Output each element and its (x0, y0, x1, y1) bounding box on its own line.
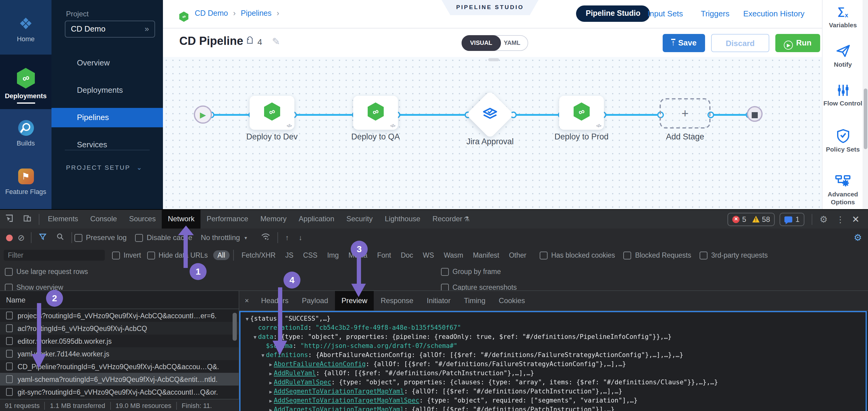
rail-item-builds[interactable]: Builds (0, 109, 52, 159)
project-setup-toggle[interactable]: PROJECT SETUP⌄ (66, 164, 142, 172)
checkbox-icon[interactable] (135, 234, 143, 241)
panel-item-flow-control[interactable]: Flow Control (823, 84, 863, 107)
add-stage-button[interactable]: + (660, 98, 711, 128)
checkbox-icon[interactable] (441, 268, 449, 275)
clear-icon[interactable]: ⊘ (18, 233, 25, 242)
tab-execution-history[interactable]: Execution History (743, 9, 804, 18)
collapsed-triangle-icon[interactable]: ▶ (268, 369, 274, 378)
filter-pill-img[interactable]: Img (323, 251, 343, 260)
filter-pill-css[interactable]: CSS (299, 251, 322, 260)
search-icon[interactable] (51, 233, 69, 242)
filter-pill-ws[interactable]: WS (418, 251, 438, 260)
breadcrumb-pipelines[interactable]: Pipelines (241, 9, 271, 18)
sidebar-item-pipelines[interactable]: Pipelines (52, 108, 163, 127)
sidebar-item-deployments[interactable]: Deployments (52, 81, 163, 100)
filter-checkbox-has-blocked-cookies[interactable]: Has blocked cookies (540, 251, 615, 259)
preserve-log-checkbox[interactable]: Preserve log (74, 233, 127, 242)
checkbox-icon[interactable] (74, 234, 82, 241)
json-tree-line[interactable]: ▶AddTargetsToVariationTargetMapYaml: {al… (241, 405, 866, 411)
issues-badge[interactable]: 1 (780, 212, 804, 226)
checkbox-icon[interactable] (540, 251, 548, 259)
device-toolbar-icon[interactable] (18, 214, 36, 224)
hide-data-urls-checkbox[interactable]: Hide data URLs (147, 251, 208, 259)
filter-pill-manifest[interactable]: Manifest (468, 251, 503, 260)
browser-scrollbar[interactable] (863, 0, 868, 209)
stage-node[interactable]: ∞</> (250, 96, 294, 130)
yaml-code-icon[interactable]: </> (390, 123, 395, 128)
kebab-menu-icon[interactable]: ⋮ (833, 214, 848, 224)
panel-item-notify[interactable]: Notify (823, 43, 863, 68)
devtools-tab-application[interactable]: Application (292, 210, 340, 229)
collapsed-triangle-icon[interactable]: ▶ (268, 360, 274, 369)
json-tree-line[interactable]: ▼{status: "SUCCESS",…} (241, 314, 866, 323)
record-button[interactable] (6, 234, 13, 241)
detail-tab-payload[interactable]: Payload (295, 291, 335, 311)
json-tree-line[interactable]: ▶AddRuleYamlSpec: {type: "object", prope… (241, 378, 866, 387)
json-tree-line[interactable]: ▶AddSegmentToVariationTargetMapYamlSpec:… (241, 396, 866, 405)
filter-pill-doc[interactable]: Doc (397, 251, 417, 260)
filter-pill-js[interactable]: JS (281, 251, 298, 260)
tab-input-sets[interactable]: Input Sets (648, 9, 683, 18)
tab-pipeline-studio[interactable]: Pipeline Studio (576, 5, 650, 22)
discard-button[interactable]: Discard (711, 34, 769, 52)
tab-triggers[interactable]: Triggers (701, 9, 729, 18)
expand-sidebar-icon[interactable]: » (145, 21, 149, 37)
yaml-code-icon[interactable]: </> (596, 123, 601, 128)
devtools-tab-lighthouse[interactable]: Lighthouse (379, 210, 426, 229)
detail-tab-headers[interactable]: Headers (254, 291, 295, 311)
toggle-visual[interactable]: VISUAL (462, 35, 501, 51)
import-har-icon[interactable]: ↑ (280, 233, 294, 242)
breadcrumb-project[interactable]: CD Demo (195, 9, 228, 18)
rail-item-feature-flags[interactable]: ⚑ Feature Flags (0, 159, 52, 209)
stage-node[interactable]: ∞</> (559, 96, 604, 130)
filter-checkbox-3rd-party-requests[interactable]: 3rd-party requests (700, 251, 768, 259)
json-tree-line[interactable]: ▶AddSegmentToVariationTargetMapYaml: {al… (241, 387, 866, 396)
filter-checkbox-blocked-requests[interactable]: Blocked Requests (624, 251, 691, 259)
json-tree-line[interactable]: ▶AddRuleYaml: {allOf: [{$ref: "#/definit… (241, 369, 866, 378)
inspect-cursor-icon[interactable] (0, 214, 18, 224)
name-column-header[interactable]: Name (0, 291, 239, 309)
stage-node[interactable]: ∞</> (353, 96, 398, 130)
checkbox-icon[interactable] (147, 251, 155, 259)
yaml-code-icon[interactable]: </> (286, 123, 291, 128)
expanded-triangle-icon[interactable]: ▼ (260, 351, 266, 360)
request-row[interactable]: editor.worker.0595db.worker.js (0, 334, 239, 347)
group-by-frame-checkbox[interactable]: Group by frame (441, 268, 501, 275)
collapsed-triangle-icon[interactable]: ▶ (268, 397, 274, 406)
request-row[interactable]: projects?routingId=6_vVHzo9Qeu9fXvj-AcbC… (0, 309, 239, 322)
detail-tab-timing[interactable]: Timing (457, 291, 492, 311)
export-har-icon[interactable]: ↓ (294, 233, 307, 242)
json-tree-line[interactable]: ▼definitions: {AbortFailureActionConfig:… (241, 350, 866, 359)
checkbox-icon[interactable] (700, 251, 708, 259)
checkbox-icon[interactable] (112, 251, 120, 259)
filter-pill-other[interactable]: Other (504, 251, 531, 260)
save-button[interactable]: ↑Save (663, 34, 705, 52)
filter-pill-font[interactable]: Font (373, 251, 395, 260)
network-conditions-icon[interactable] (256, 233, 275, 242)
collapsed-triangle-icon[interactable]: ▶ (268, 387, 274, 397)
use-large-rows-checkbox[interactable]: Use large request rows (5, 268, 88, 275)
json-tree-line[interactable]: $schema: "http://json-schema.org/draft-0… (241, 341, 866, 350)
filter-pill-wasm[interactable]: Wasm (439, 251, 467, 260)
devtools-tab-sources[interactable]: Sources (123, 210, 162, 229)
devtools-settings-gear-icon[interactable]: ⚙ (815, 214, 833, 225)
devtools-tab-elements[interactable]: Elements (42, 210, 84, 229)
filter-funnel-icon[interactable] (34, 233, 51, 242)
collapsed-triangle-icon[interactable]: ▶ (268, 406, 274, 411)
expanded-triangle-icon[interactable]: ▼ (244, 315, 250, 324)
throttling-select[interactable]: No throttling▼ (201, 233, 248, 242)
canvas-drag-handle[interactable] (488, 58, 499, 61)
checkbox-icon[interactable] (624, 251, 631, 259)
network-settings-gear-icon[interactable]: ⚙ (854, 232, 868, 243)
sidebar-item-services[interactable]: Services (52, 135, 163, 154)
checkbox-icon[interactable] (5, 268, 13, 275)
request-row[interactable]: yaml-schema?routingId=6_vVHzo9Qeu9fXvj-A… (0, 373, 239, 385)
collapsed-triangle-icon[interactable]: ▶ (268, 378, 274, 387)
devtools-close-icon[interactable]: ✕ (848, 214, 864, 225)
request-row[interactable]: git-sync?routingId=6_vVHzo9Qeu9fXvj-AcbC… (0, 385, 239, 398)
request-list-scrollbar[interactable] (232, 313, 237, 341)
panel-item-advanced-options[interactable]: Advanced Options (823, 175, 863, 206)
filter-pill-fetch-xhr[interactable]: Fetch/XHR (237, 251, 280, 260)
rail-item-home[interactable]: ❖ Home (0, 0, 52, 55)
panel-item-variables[interactable]: ∑x Variables (823, 7, 863, 29)
